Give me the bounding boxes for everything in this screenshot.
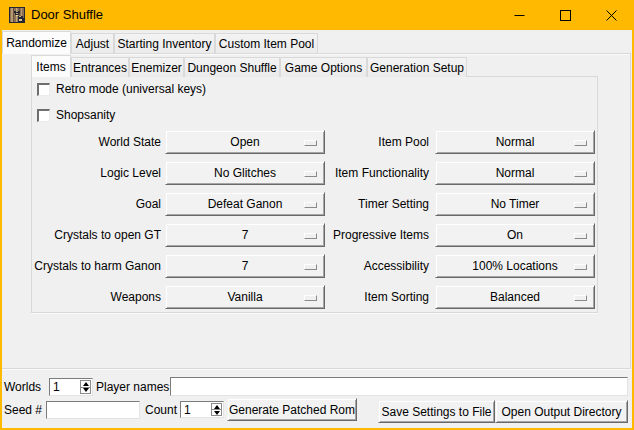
seed-label: Seed # [4,401,42,419]
dropdown-indicator-icon [304,171,317,177]
dropdown-indicator-icon [574,140,587,146]
shopsanity-row: Shopsanity [37,109,115,122]
goal-dropdown[interactable]: Defeat Ganon [165,192,325,216]
dropdown-indicator-icon [574,171,587,177]
player-names-entry [170,377,628,396]
generate-patched-rom-button[interactable]: Generate Patched Rom [227,398,357,421]
item-functionality-dropdown[interactable]: Normal [435,161,595,185]
door-shuffle-window: Door Shuffle Randomize Adjust Starting I… [0,0,634,430]
item-functionality-value: Normal [496,166,535,180]
item-pool-value: Normal [496,135,535,149]
minimize-icon [514,10,525,21]
tab-dungeon-shuffle[interactable]: Dungeon Shuffle [184,57,280,77]
tab-adjust[interactable]: Adjust [71,33,114,53]
inner-pane-border-right [597,77,598,313]
crystals-open-gt-dropdown[interactable]: 7 [165,223,325,247]
inner-pane-border-bottom-highlight [31,313,598,314]
outer-tabstrip-highlight [71,54,631,55]
window-title: Door Shuffle [31,0,103,30]
dropdown-indicator-icon [304,233,317,239]
outer-pane-border-right [630,54,631,369]
world-state-value: Open [230,135,259,149]
goal-value: Defeat Ganon [208,197,283,211]
tab-enemizer[interactable]: Enemizer [129,57,184,77]
logic-level-dropdown[interactable]: No Glitches [165,161,325,185]
count-spin-down-button[interactable] [211,410,222,416]
close-icon [606,10,617,21]
world-state-dropdown[interactable]: Open [165,130,325,154]
count-label: Count [145,401,177,419]
up-arrow-icon [214,405,220,409]
weapons-dropdown[interactable]: Vanilla [165,285,325,309]
progressive-items-dropdown[interactable]: On [435,223,595,247]
seed-entry [46,401,140,419]
count-input[interactable] [182,402,210,417]
item-sorting-label: Item Sorting [330,285,429,309]
tab-adjust-label: Adjust [76,37,109,51]
item-sorting-dropdown[interactable]: Balanced [435,285,595,309]
up-arrow-icon [83,382,89,386]
worlds-input[interactable] [51,379,79,395]
seed-input[interactable] [48,403,138,417]
logic-level-label: Logic Level [20,161,161,185]
minimize-button[interactable] [496,0,542,30]
dropdown-indicator-icon [304,264,317,270]
timer-setting-value: No Timer [491,197,540,211]
player-names-input[interactable] [172,379,626,394]
outer-pane-border-bottom-highlight [2,369,631,370]
retro-mode-row: Retro mode (universal keys) [37,83,206,96]
open-output-directory-button[interactable]: Open Output Directory [495,400,628,423]
maximize-icon [560,10,571,21]
progressive-items-value: On [507,228,523,242]
tab-generation-setup-label: Generation Setup [370,61,464,75]
tab-entrances[interactable]: Entrances [71,57,129,77]
tab-starting-inventory-label: Starting Inventory [117,37,211,51]
crystals-open-gt-label: Crystals to open GT [20,223,161,247]
accessibility-dropdown[interactable]: 100% Locations [435,254,595,278]
close-button[interactable] [588,0,634,30]
tab-randomize[interactable]: Randomize [2,31,71,54]
world-state-label: World State [20,130,161,154]
tab-custom-item-pool[interactable]: Custom Item Pool [215,33,318,53]
door-app-icon [9,7,25,23]
timer-setting-dropdown[interactable]: No Timer [435,192,595,216]
shopsanity-checkbox[interactable] [37,109,50,122]
save-settings-button[interactable]: Save Settings to File [378,400,495,423]
worlds-spinbox [49,378,93,396]
tab-items[interactable]: Items [31,55,71,77]
maximize-button[interactable] [542,0,588,30]
titlebar[interactable]: Door Shuffle [0,0,634,30]
item-pool-dropdown[interactable]: Normal [435,130,595,154]
worlds-label: Worlds [4,378,41,396]
crystals-open-gt-value: 7 [242,228,249,242]
dropdown-indicator-icon [574,295,587,301]
generate-patched-rom-label: Generate Patched Rom [229,403,355,417]
accessibility-value: 100% Locations [472,259,557,273]
timer-setting-label: Timer Setting [330,192,429,216]
player-names-label: Player names [96,378,169,396]
count-spinbox [180,401,224,418]
worlds-spin-down-button[interactable] [80,388,91,395]
tab-generation-setup[interactable]: Generation Setup [367,57,467,77]
crystals-harm-ganon-dropdown[interactable]: 7 [165,254,325,278]
crystals-harm-ganon-label: Crystals to harm Ganon [20,254,161,278]
tab-starting-inventory[interactable]: Starting Inventory [114,33,215,53]
item-pool-label: Item Pool [330,130,429,154]
shopsanity-label: Shopsanity [56,109,115,122]
crystals-harm-ganon-value: 7 [242,259,249,273]
count-spin-up-button[interactable] [211,403,222,410]
retro-mode-checkbox[interactable] [37,83,50,96]
tab-game-options[interactable]: Game Options [280,57,367,77]
tab-enemizer-label: Enemizer [131,61,182,75]
retro-mode-label: Retro mode (universal keys) [56,83,206,96]
worlds-spin-up-button[interactable] [80,380,91,388]
dropdown-indicator-icon [304,295,317,301]
progressive-items-label: Progressive Items [330,223,429,247]
dropdown-indicator-icon [574,233,587,239]
logic-level-value: No Glitches [214,166,276,180]
weapons-value: Vanilla [227,290,262,304]
dropdown-indicator-icon [574,202,587,208]
tab-game-options-label: Game Options [285,61,362,75]
dropdown-indicator-icon [304,202,317,208]
item-functionality-label: Item Functionality [330,161,429,185]
